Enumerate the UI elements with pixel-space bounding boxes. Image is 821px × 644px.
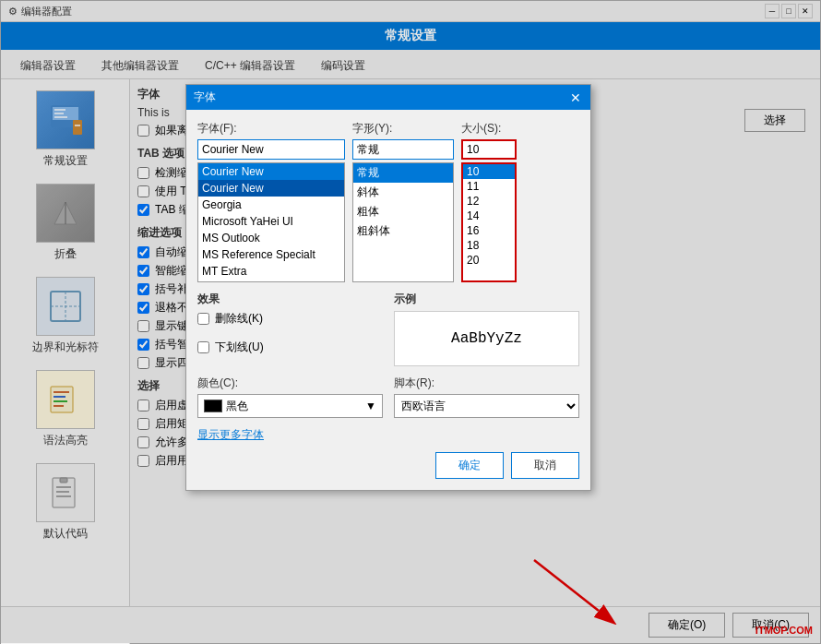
preview-text: AaBbYyZz: [451, 330, 522, 347]
strikethrough-label: 删除线(K): [215, 311, 263, 327]
color-swatch: [204, 400, 222, 412]
dialog-confirm-button[interactable]: 确定: [435, 452, 504, 479]
font-list-item-0[interactable]: Courier New: [198, 163, 344, 180]
font-name-col: 字体(F): Courier New Courier New Georgia M…: [197, 121, 345, 282]
size-item-6[interactable]: 20: [463, 253, 515, 268]
font-columns: 字体(F): Courier New Courier New Georgia M…: [197, 121, 579, 282]
strikethrough-row: 删除线(K): [197, 311, 383, 327]
font-dialog-body: 字体(F): Courier New Courier New Georgia M…: [186, 110, 590, 490]
font-list-item-7[interactable]: Segoe MDL2 Assets: [198, 280, 344, 282]
font-list-item-4[interactable]: MS Outlook: [198, 230, 344, 246]
font-style-col: 字形(Y): 常规 斜体 粗体 粗斜体: [352, 121, 454, 282]
size-item-0[interactable]: 10: [463, 164, 515, 179]
underline-checkbox[interactable]: [197, 341, 209, 353]
underline-row: 下划线(U): [197, 340, 383, 355]
color-group: 颜色(C): 黑色 ▼: [197, 376, 383, 418]
font-list-item-1[interactable]: Courier New: [198, 180, 344, 197]
style-item-3[interactable]: 粗斜体: [353, 221, 453, 241]
color-value: 黑色: [226, 399, 248, 414]
font-size-label: 大小(S):: [461, 121, 517, 137]
size-item-2[interactable]: 12: [463, 194, 515, 209]
font-style-label: 字形(Y):: [352, 121, 454, 137]
dialog-cancel-button[interactable]: 取消: [511, 452, 579, 479]
dropdowns-row: 颜色(C): 黑色 ▼ 脚本(R): 西欧语言: [197, 376, 579, 418]
color-dropdown-icon: ▼: [365, 400, 376, 412]
font-list-item-6[interactable]: MT Extra: [198, 263, 344, 280]
script-select[interactable]: 西欧语言: [394, 394, 579, 418]
style-item-0[interactable]: 常规: [353, 163, 453, 183]
color-button[interactable]: 黑色 ▼: [197, 394, 383, 418]
font-name-label: 字体(F):: [197, 121, 345, 137]
effects-col: 效果 删除线(K) 下划线(U): [197, 292, 383, 366]
font-name-input[interactable]: [197, 139, 345, 160]
script-group: 脚本(R): 西欧语言: [394, 376, 579, 418]
font-list-item-5[interactable]: MS Reference Specialt: [198, 246, 344, 263]
size-item-3[interactable]: 14: [463, 209, 515, 223]
font-name-list[interactable]: Courier New Courier New Georgia Microsof…: [197, 162, 345, 282]
style-item-1[interactable]: 斜体: [353, 183, 453, 202]
more-fonts-link[interactable]: 显示更多字体: [197, 427, 579, 443]
dialog-buttons: 确定 取消: [197, 452, 579, 479]
size-item-5[interactable]: 18: [463, 238, 515, 253]
size-item-1[interactable]: 11: [463, 179, 515, 194]
font-list-item-3[interactable]: Microsoft YaHei UI: [198, 213, 344, 230]
font-dialog-close[interactable]: ✕: [568, 91, 583, 104]
font-dialog-title: 字体: [194, 89, 216, 105]
watermark: ITMOP.COM: [756, 625, 813, 636]
font-style-input[interactable]: [352, 139, 454, 160]
size-item-4[interactable]: 16: [463, 223, 515, 238]
style-item-2[interactable]: 粗体: [353, 202, 453, 221]
font-size-col: 大小(S): 10 11 12 14 16 18 20: [461, 121, 517, 282]
font-dialog-titlebar: 字体 ✕: [186, 85, 590, 110]
effects-section: 效果 删除线(K) 下划线(U) 示例: [197, 292, 579, 366]
preview-box: AaBbYyZz: [394, 311, 579, 366]
main-window: ⚙ 编辑器配置 ─ □ ✕ 常规设置 编辑器设置 其他编辑器设置 C/C++ 编…: [0, 0, 821, 644]
font-dialog: 字体 ✕ 字体(F): Courier New Courier New Geor…: [185, 84, 591, 491]
font-list-item-2[interactable]: Georgia: [198, 197, 344, 213]
preview-col: 示例 AaBbYyZz: [394, 292, 579, 366]
strikethrough-checkbox[interactable]: [197, 313, 209, 325]
font-size-input[interactable]: [461, 139, 517, 160]
color-label: 颜色(C):: [197, 376, 383, 391]
font-size-list[interactable]: 10 11 12 14 16 18 20: [461, 162, 517, 282]
dialog-overlay: 字体 ✕ 字体(F): Courier New Courier New Geor…: [1, 1, 820, 643]
font-style-list[interactable]: 常规 斜体 粗体 粗斜体: [352, 162, 454, 282]
effects-label: 效果: [197, 292, 383, 307]
script-label: 脚本(R):: [394, 376, 579, 391]
underline-label: 下划线(U): [215, 340, 264, 355]
preview-label: 示例: [394, 292, 579, 307]
